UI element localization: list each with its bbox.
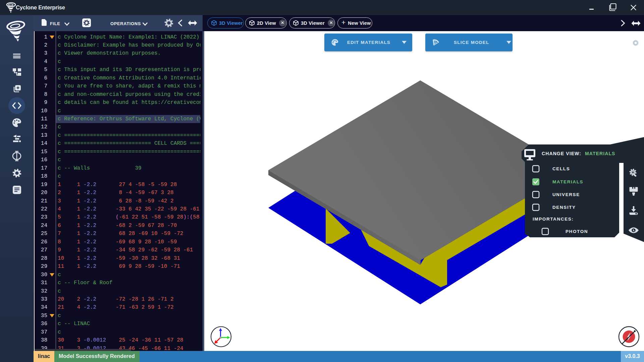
svg-text:DENSITY: DENSITY xyxy=(552,205,576,210)
svg-text:MATERIALS: MATERIALS xyxy=(585,151,615,156)
svg-text:MATERIALS: MATERIALS xyxy=(552,179,583,184)
svg-text:CELLS: CELLS xyxy=(552,166,570,171)
svg-text:PHOTON: PHOTON xyxy=(566,229,588,234)
svg-text:CHANGE VIEW:: CHANGE VIEW: xyxy=(542,151,581,156)
svg-text:IMPORTANCES:: IMPORTANCES: xyxy=(533,217,574,222)
svg-text:UNIVERSE: UNIVERSE xyxy=(552,192,580,197)
